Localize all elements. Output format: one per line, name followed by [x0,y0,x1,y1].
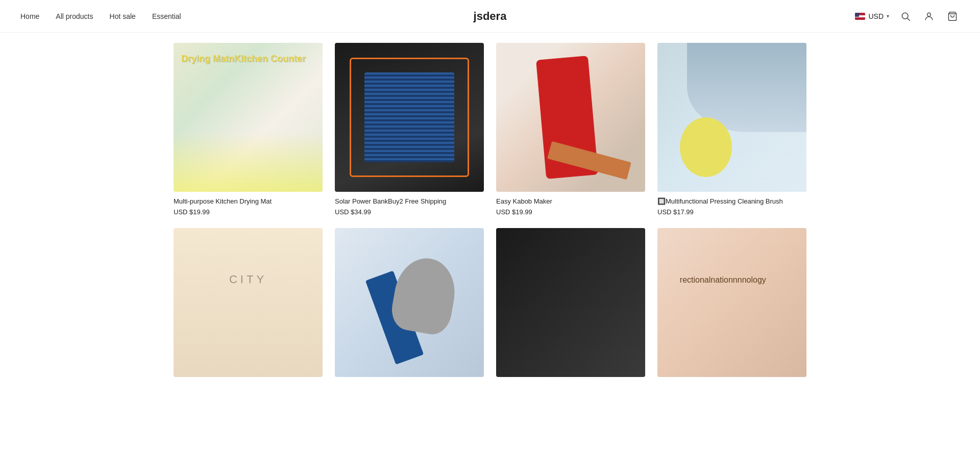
products-main: Multi-purpose Kitchen Drying Mat USD $19… [153,33,827,402]
product-image-placeholder-2 [335,43,484,192]
product-image-4 [657,43,806,192]
product-image-placeholder-4 [657,43,806,192]
currency-code: USD [868,12,884,20]
cart-icon [947,11,958,21]
product-price-3: USD $19.99 [496,208,645,216]
product-name-1: Multi-purpose Kitchen Drying Mat [174,197,323,206]
chevron-down-icon: ▾ [887,13,889,19]
user-icon [924,11,934,21]
product-card-8[interactable] [657,228,806,382]
product-name-2: Solar Power BankBuy2 Free Shipping [335,197,484,206]
search-button[interactable] [898,9,913,23]
product-card-7[interactable] [496,228,645,382]
product-image-1 [174,43,323,192]
nav-hot-sale[interactable]: Hot sale [110,12,136,20]
product-image-placeholder-5 [174,228,323,377]
svg-point-2 [927,13,931,16]
product-price-2: USD $34.99 [335,208,484,216]
product-image-placeholder-1 [174,43,323,192]
flag-icon [855,13,865,20]
account-button[interactable] [922,9,936,23]
main-nav: Home All products Hot sale Essential [20,12,181,20]
product-image-5 [174,228,323,377]
product-card-2[interactable]: Solar Power BankBuy2 Free Shipping USD $… [335,43,484,216]
currency-selector[interactable]: USD ▾ [855,12,889,20]
product-image-2 [335,43,484,192]
product-image-8 [657,228,806,377]
product-image-placeholder-6 [335,228,484,377]
nav-essential[interactable]: Essential [152,12,181,20]
product-grid: Multi-purpose Kitchen Drying Mat USD $19… [174,43,806,382]
nav-home[interactable]: Home [20,12,39,20]
product-image-7 [496,228,645,377]
cart-button[interactable] [945,9,960,23]
product-card-3[interactable]: Easy Kabob Maker USD $19.99 [496,43,645,216]
product-image-placeholder-3 [496,43,645,192]
product-name-4: 🔲Multifunctional Pressing Cleaning Brush [657,197,806,206]
header-actions: USD ▾ [855,9,960,23]
product-image-placeholder-7 [496,228,645,377]
product-image-6 [335,228,484,377]
search-icon [900,11,911,21]
svg-line-1 [908,18,910,20]
nav-all-products[interactable]: All products [56,12,93,20]
product-card-1[interactable]: Multi-purpose Kitchen Drying Mat USD $19… [174,43,323,216]
product-card-4[interactable]: 🔲Multifunctional Pressing Cleaning Brush… [657,43,806,216]
product-card-6[interactable] [335,228,484,382]
site-logo[interactable]: jsdera [474,10,507,23]
product-price-1: USD $19.99 [174,208,323,216]
product-image-placeholder-8 [657,228,806,377]
product-price-4: USD $17.99 [657,208,806,216]
product-card-5[interactable] [174,228,323,382]
product-name-3: Easy Kabob Maker [496,197,645,206]
site-header: Home All products Hot sale Essential jsd… [0,0,980,33]
product-image-3 [496,43,645,192]
